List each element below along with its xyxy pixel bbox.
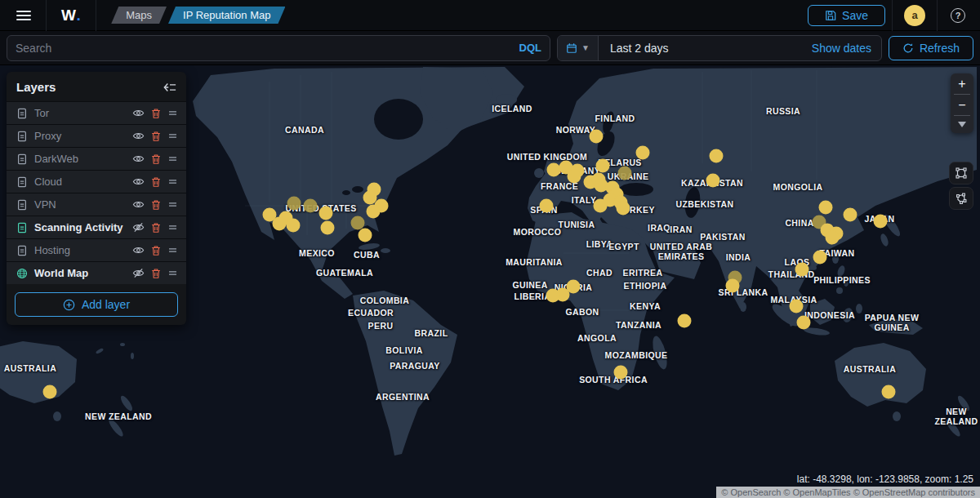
query-language-button[interactable]: DQL [513, 42, 541, 54]
drag-handle-icon[interactable] [167, 176, 178, 187]
document-icon [16, 176, 28, 188]
layers-panel: Layers TorProxyDarkWebCloudVPNScanning A… [7, 72, 186, 325]
delete-layer-icon[interactable] [150, 153, 162, 165]
eye-slashed-icon[interactable] [132, 221, 145, 233]
drag-handle-icon[interactable] [167, 199, 178, 210]
ip-dot[interactable] [359, 229, 372, 242]
eye-icon[interactable] [132, 107, 145, 119]
delete-layer-icon[interactable] [150, 222, 162, 233]
ip-dot[interactable] [304, 199, 318, 213]
app-logo[interactable]: W. [53, 7, 89, 24]
ip-dot[interactable] [813, 251, 827, 265]
eye-icon[interactable] [132, 130, 145, 142]
layer-row-world-map[interactable]: World Map [7, 261, 186, 284]
ip-dot[interactable] [636, 146, 650, 160]
help-icon[interactable]: ? [951, 8, 965, 23]
zoom-controls: + − [951, 73, 973, 133]
ip-dot[interactable] [321, 221, 335, 235]
layer-label: Tor [34, 107, 132, 119]
ip-dot[interactable] [710, 149, 724, 163]
ip-dot[interactable] [819, 201, 833, 215]
drag-handle-icon[interactable] [167, 268, 178, 278]
drag-handle-icon[interactable] [167, 153, 178, 164]
ip-dot[interactable] [882, 385, 896, 399]
refresh-button[interactable]: Refresh [889, 36, 973, 60]
eye-icon[interactable] [132, 153, 145, 165]
eye-icon[interactable] [132, 176, 145, 188]
ip-dot[interactable] [617, 202, 630, 216]
save-button[interactable]: Save [808, 5, 885, 26]
ip-dot[interactable] [273, 217, 287, 231]
eye-slashed-icon[interactable] [132, 267, 145, 279]
delete-layer-icon[interactable] [150, 245, 162, 256]
breadcrumb: Maps IP Reputation Map [111, 7, 285, 24]
layer-row-scanning-activity[interactable]: Scanning Activity [7, 216, 186, 238]
show-dates-link[interactable]: Show dates [802, 42, 881, 55]
zoom-extent-icon[interactable] [958, 122, 966, 127]
ip-dot[interactable] [590, 130, 604, 144]
layer-row-vpn[interactable]: VPN [7, 193, 186, 216]
ip-dot[interactable] [596, 159, 610, 173]
ip-dot[interactable] [826, 231, 840, 245]
ip-dot[interactable] [287, 219, 301, 233]
menu-icon[interactable] [8, 0, 39, 31]
ip-dot[interactable] [844, 208, 858, 222]
eye-icon[interactable] [132, 244, 145, 256]
ip-dot[interactable] [43, 385, 57, 399]
chevron-down-icon: ▼ [581, 43, 590, 52]
coordinates-readout: lat: -48.3298, lon: -123.9858, zoom: 1.2… [797, 474, 973, 485]
date-range-value[interactable]: Last 2 days [599, 42, 680, 55]
breadcrumb-ip-reputation-map[interactable]: IP Reputation Map [168, 7, 285, 24]
draw-polygon-icon [955, 192, 968, 205]
ip-dot[interactable] [319, 207, 333, 220]
draw-polygon-button[interactable] [949, 187, 973, 210]
ip-dot[interactable] [795, 263, 809, 277]
layer-label: Cloud [34, 176, 132, 188]
document-icon [16, 153, 28, 165]
ip-dot[interactable] [706, 174, 720, 188]
add-layer-button[interactable]: Add layer [15, 292, 178, 317]
breadcrumb-maps[interactable]: Maps [111, 7, 167, 24]
document-green-icon [16, 222, 28, 233]
ip-dot[interactable] [568, 170, 581, 184]
collapse-panel-icon[interactable] [163, 82, 176, 93]
layers-panel-title: Layers [16, 80, 56, 94]
ip-dot[interactable] [790, 300, 804, 313]
draw-rectangle-button[interactable] [949, 162, 973, 185]
zoom-in-button[interactable]: + [951, 73, 973, 94]
drag-handle-icon[interactable] [167, 131, 178, 141]
search-input[interactable] [16, 42, 513, 55]
map-attribution[interactable]: © OpenSearch © OpenMapTiles © OpenStreet… [716, 487, 980, 498]
delete-layer-icon[interactable] [150, 268, 162, 279]
layer-row-proxy[interactable]: Proxy [7, 124, 186, 147]
drag-handle-icon[interactable] [167, 108, 178, 118]
top-nav-bar: W. Maps IP Reputation Map Save a ? [0, 0, 980, 31]
eye-icon[interactable] [132, 198, 145, 211]
drag-handle-icon[interactable] [167, 222, 178, 233]
ip-dot[interactable] [594, 199, 608, 213]
divider [937, 0, 938, 31]
layer-row-cloud[interactable]: Cloud [7, 170, 186, 193]
zoom-out-button[interactable]: − [951, 95, 973, 115]
ip-dot[interactable] [540, 199, 554, 213]
ip-dot[interactable] [618, 167, 632, 180]
avatar[interactable]: a [904, 5, 925, 26]
delete-layer-icon[interactable] [150, 108, 162, 119]
layer-row-tor[interactable]: Tor [7, 101, 186, 124]
ip-dot[interactable] [614, 366, 628, 380]
drag-handle-icon[interactable] [167, 245, 178, 256]
ip-dot[interactable] [874, 215, 888, 229]
calendar-dropdown-button[interactable]: ▼ [558, 36, 599, 60]
ip-dot[interactable] [678, 314, 692, 328]
layer-row-darkweb[interactable]: DarkWeb [7, 147, 186, 170]
ip-dot[interactable] [287, 197, 301, 211]
layer-row-hosting[interactable]: Hosting [7, 238, 186, 261]
delete-layer-icon[interactable] [150, 131, 162, 142]
delete-layer-icon[interactable] [150, 176, 162, 188]
ip-dot[interactable] [726, 279, 740, 293]
ip-dot[interactable] [797, 316, 811, 330]
delete-layer-icon[interactable] [150, 199, 162, 211]
ip-dot[interactable] [546, 289, 560, 303]
layer-label: Proxy [34, 130, 132, 142]
ip-dot[interactable] [367, 205, 381, 219]
